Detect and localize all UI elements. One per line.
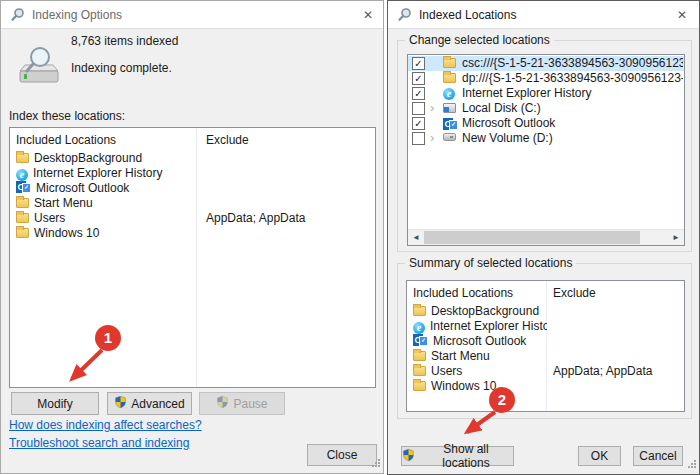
exclude-value — [547, 319, 684, 334]
exclude-value — [547, 379, 684, 394]
modify-button-label: Modify — [37, 397, 72, 411]
folder-icon — [16, 153, 29, 163]
title-bar[interactable]: Indexed Locations ✕ — [388, 1, 699, 29]
ok-button[interactable]: OK — [578, 446, 621, 466]
indexing-status-text: Indexing complete. — [71, 61, 172, 75]
folder-icon — [16, 213, 29, 223]
location-label: Windows 10 — [431, 379, 496, 393]
expand-icon[interactable]: › — [430, 131, 440, 145]
uac-shield-icon — [216, 395, 229, 412]
dialog-title: Indexing Options — [32, 8, 122, 22]
close-icon[interactable]: ✕ — [673, 6, 691, 24]
location-label: Internet Explorer History — [430, 319, 547, 333]
list-item[interactable]: Internet Explorer History — [407, 319, 684, 334]
list-item[interactable]: Windows 10 — [10, 226, 375, 241]
change-locations-label: Change selected locations — [405, 33, 554, 47]
local-disk-icon — [443, 103, 456, 113]
location-label: DesktopBackground — [34, 151, 142, 165]
summary-list[interactable]: Included Locations Exclude DesktopBackgr… — [406, 280, 685, 412]
advanced-button[interactable]: Advanced — [107, 392, 192, 415]
scroll-left-icon[interactable]: ◄ — [408, 230, 424, 245]
expand-icon[interactable]: › — [430, 101, 440, 115]
checkbox[interactable] — [412, 132, 425, 145]
pause-button[interactable]: Pause — [199, 392, 285, 415]
close-button[interactable]: Close — [307, 444, 377, 466]
exclude-value — [198, 181, 375, 196]
tree-item[interactable]: › New Volume (D:) — [408, 131, 684, 146]
exclude-value — [547, 304, 684, 319]
advanced-button-label: Advanced — [131, 397, 184, 411]
ok-button-label: OK — [591, 449, 608, 463]
title-bar[interactable]: Indexing Options ✕ — [1, 1, 383, 29]
horizontal-scrollbar[interactable]: ◄ ► — [408, 229, 684, 245]
included-column-header: Included Locations — [10, 133, 198, 148]
index-locations-label: Index these locations: — [9, 109, 125, 123]
summary-label: Summary of selected locations — [405, 256, 576, 270]
change-locations-group: Change selected locations ✓ csc:///{S-1-… — [397, 40, 692, 252]
included-locations-list[interactable]: Included Locations Exclude DesktopBackgr… — [9, 127, 376, 388]
uac-shield-icon — [402, 448, 415, 465]
tree-item[interactable]: › Local Disk (C:) — [408, 101, 684, 116]
troubleshoot-link[interactable]: Troubleshoot search and indexing — [9, 436, 189, 450]
list-item[interactable]: Windows 10 — [407, 379, 684, 394]
list-item[interactable]: Start Menu — [10, 196, 375, 211]
folder-icon — [16, 228, 29, 238]
checkbox[interactable]: ✓ — [412, 87, 425, 100]
internet-explorer-icon — [443, 88, 455, 100]
scroll-right-icon[interactable]: ► — [668, 230, 684, 245]
resize-grip-icon[interactable] — [686, 457, 696, 471]
folder-icon — [413, 351, 426, 361]
list-item[interactable]: Start Menu — [407, 349, 684, 364]
tree-item[interactable]: ✓ Microsoft Outlook — [408, 116, 684, 131]
locations-tree[interactable]: ✓ csc:///{S-1-5-21-3633894563-3090956123… — [407, 54, 685, 246]
checkbox[interactable] — [412, 102, 425, 115]
list-item[interactable]: Microsoft Outlook — [407, 334, 684, 349]
exclude-value — [198, 226, 375, 241]
close-icon[interactable]: ✕ — [359, 6, 377, 24]
checkbox[interactable]: ✓ — [412, 72, 425, 85]
indexing-options-icon — [10, 7, 26, 26]
pause-button-label: Pause — [233, 397, 267, 411]
outlook-icon — [16, 181, 31, 193]
folder-icon — [413, 381, 426, 391]
tree-item-label: csc:///{S-1-5-21-3633894563-3090956123-3… — [462, 56, 683, 71]
folder-icon — [443, 73, 456, 83]
list-header: Included Locations Exclude — [10, 133, 375, 148]
location-label: Microsoft Outlook — [433, 334, 526, 348]
exclude-column-header: Exclude — [547, 286, 684, 301]
resize-grip-icon[interactable] — [370, 456, 380, 470]
list-item[interactable]: DesktopBackground — [10, 151, 375, 166]
list-item[interactable]: Microsoft Outlook — [10, 181, 375, 196]
exclude-value — [198, 166, 375, 181]
tree-item[interactable]: ✓ dp:///{S-1-5-21-3633894563-3090956123-… — [408, 71, 684, 86]
cancel-button[interactable]: Cancel — [633, 446, 683, 466]
exclude-value — [547, 334, 684, 349]
outlook-icon — [443, 118, 458, 130]
indexing-drive-icon — [16, 45, 62, 90]
close-button-label: Close — [327, 448, 358, 462]
list-item[interactable]: Users AppData; AppData — [10, 211, 375, 226]
scrollbar-thumb[interactable] — [424, 231, 640, 244]
tree-item[interactable]: ✓ Internet Explorer History — [408, 86, 684, 101]
tree-item-label: dp:///{S-1-5-21-3633894563-3090956123-37… — [462, 71, 683, 86]
modify-button[interactable]: Modify — [11, 392, 99, 415]
dialog-title: Indexed Locations — [419, 8, 516, 22]
list-item[interactable]: DesktopBackground — [407, 304, 684, 319]
location-label: DesktopBackground — [431, 304, 539, 318]
internet-explorer-icon — [16, 169, 28, 181]
exclude-value — [547, 349, 684, 364]
list-item[interactable]: Users AppData; AppData — [407, 364, 684, 379]
new-volume-icon — [443, 133, 456, 141]
show-all-locations-button[interactable]: Show all locations — [401, 446, 514, 466]
folder-icon — [443, 58, 456, 68]
indexing-options-dialog: Indexing Options ✕ 8,763 items indexed I… — [0, 0, 384, 474]
list-item[interactable]: Internet Explorer History — [10, 166, 375, 181]
checkbox[interactable]: ✓ — [412, 57, 425, 70]
indexing-help-link[interactable]: How does indexing affect searches? — [9, 418, 202, 432]
exclude-value — [198, 151, 375, 166]
show-all-locations-label: Show all locations — [419, 442, 513, 470]
checkbox[interactable]: ✓ — [412, 117, 425, 130]
exclude-value: AppData; AppData — [198, 211, 375, 226]
internet-explorer-icon — [413, 322, 425, 334]
tree-item[interactable]: ✓ csc:///{S-1-5-21-3633894563-3090956123… — [408, 56, 684, 71]
